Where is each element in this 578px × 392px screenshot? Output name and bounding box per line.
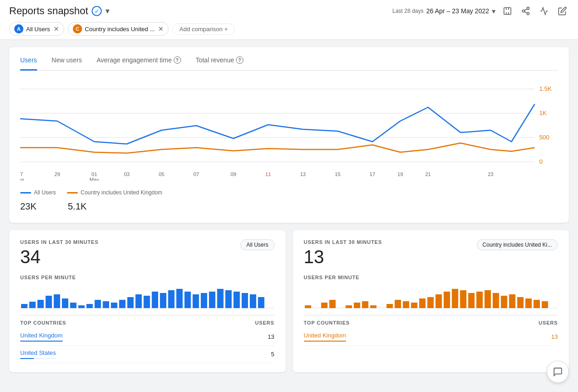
right-top-countries-header: TOP COUNTRIES USERS xyxy=(304,315,558,328)
svg-rect-83 xyxy=(443,292,450,308)
left-per-minute-label: USERS PER MINUTE xyxy=(20,275,275,280)
left-country-value-0: 13 xyxy=(268,333,274,340)
avg-engagement-help-icon[interactable]: ? xyxy=(174,56,181,64)
all-users-chip[interactable]: A All Users ✕ xyxy=(9,22,64,36)
legend-country: Country includes United Kingdom xyxy=(67,189,162,196)
feedback-button[interactable] xyxy=(547,361,569,383)
svg-text:Apr: Apr xyxy=(20,177,24,181)
legend-country-value-wrapper: 5.1K xyxy=(68,199,105,212)
tab-new-users[interactable]: New users xyxy=(52,56,82,71)
chart-card: Users New users Average engagement time … xyxy=(9,47,569,223)
svg-rect-61 xyxy=(233,292,240,308)
right-big-number: 13 xyxy=(304,247,382,267)
svg-rect-62 xyxy=(242,293,248,308)
svg-rect-55 xyxy=(184,292,191,308)
add-comparison-button[interactable]: Add comparison + xyxy=(172,23,235,35)
svg-rect-48 xyxy=(127,297,134,308)
legend-all-users-label: All Users xyxy=(34,189,56,196)
chip1-close-icon[interactable]: ✕ xyxy=(54,25,59,33)
left-country-bar-bg-1 xyxy=(20,358,56,359)
title-chevron-button[interactable]: ▾ xyxy=(105,6,110,16)
add-comparison-label: Add comparison xyxy=(179,26,222,33)
left-country-bar-bg-0 xyxy=(20,341,63,342)
svg-point-6 xyxy=(523,10,525,12)
svg-text:13: 13 xyxy=(300,171,306,177)
svg-rect-89 xyxy=(492,293,499,308)
tab-avg-engagement[interactable]: Average engagement time ? xyxy=(97,56,181,71)
left-country-name-1[interactable]: United States xyxy=(20,349,56,356)
svg-rect-41 xyxy=(70,303,77,308)
svg-rect-77 xyxy=(395,300,401,308)
svg-rect-86 xyxy=(468,293,474,308)
left-top-countries-header: TOP COUNTRIES USERS xyxy=(20,315,275,328)
edit-icon-button[interactable] xyxy=(556,5,569,17)
tab-avg-engagement-label: Average engagement time xyxy=(97,56,172,64)
left-country-bar-fill-1 xyxy=(20,358,34,359)
save-icon-button[interactable] xyxy=(501,5,514,17)
svg-rect-52 xyxy=(160,293,166,308)
revenue-help-icon[interactable]: ? xyxy=(236,56,243,64)
svg-text:23: 23 xyxy=(488,171,493,177)
svg-text:19: 19 xyxy=(397,171,403,177)
svg-rect-59 xyxy=(217,289,224,308)
svg-rect-39 xyxy=(54,294,60,308)
left-country-bar-fill-0 xyxy=(20,341,63,342)
filter-row: A All Users ✕ C Country includes United … xyxy=(9,22,569,39)
svg-text:11: 11 xyxy=(265,171,271,177)
right-country-value-0: 13 xyxy=(551,333,558,340)
svg-text:05: 05 xyxy=(159,171,164,177)
right-per-minute-label: USERS PER MINUTE xyxy=(304,275,558,280)
legend-country-value: 5.1K xyxy=(68,201,105,212)
svg-text:500: 500 xyxy=(539,134,550,141)
svg-rect-58 xyxy=(209,292,215,308)
svg-rect-73 xyxy=(362,301,368,308)
tab-revenue[interactable]: Total revenue ? xyxy=(196,56,243,71)
svg-rect-56 xyxy=(193,294,199,308)
svg-line-8 xyxy=(524,11,527,13)
left-country-cell-1: United States xyxy=(20,349,56,359)
svg-rect-36 xyxy=(29,302,36,308)
right-country-cell-0: United Kingdom xyxy=(304,332,347,342)
svg-rect-43 xyxy=(87,304,93,308)
date-range-label: Last 28 days xyxy=(392,8,424,14)
svg-text:03: 03 xyxy=(124,171,129,177)
left-users-header-label: USERS xyxy=(255,320,275,326)
svg-rect-91 xyxy=(509,294,515,308)
right-country-row-0: United Kingdom 13 xyxy=(304,328,558,346)
svg-rect-49 xyxy=(136,294,142,308)
add-comparison-plus-icon: + xyxy=(224,26,228,33)
date-chevron-icon[interactable]: ▾ xyxy=(492,7,495,16)
right-users-header-label: USERS xyxy=(539,320,558,326)
svg-rect-85 xyxy=(460,290,466,308)
right-country-name-0[interactable]: United Kingdom xyxy=(304,332,347,339)
chip2-avatar: C xyxy=(73,24,82,33)
svg-rect-51 xyxy=(152,292,158,308)
left-bar-chart-svg xyxy=(20,283,275,310)
svg-rect-90 xyxy=(501,296,507,308)
svg-text:1K: 1K xyxy=(539,110,547,116)
svg-rect-46 xyxy=(111,303,117,308)
share-icon-button[interactable] xyxy=(519,5,532,17)
left-realtime-card: USERS IN LAST 30 MINUTES 34 All Users US… xyxy=(9,230,286,372)
chip2-close-icon[interactable]: ✕ xyxy=(158,25,164,33)
legend-blue-line xyxy=(20,192,31,193)
legend-all-users-value-wrapper: 23K xyxy=(20,199,57,212)
svg-text:27: 27 xyxy=(20,171,23,177)
left-country-name-0[interactable]: United Kingdom xyxy=(20,332,63,339)
trend-icon-button[interactable] xyxy=(538,5,550,17)
svg-rect-40 xyxy=(62,298,68,308)
svg-text:17: 17 xyxy=(369,171,375,177)
line-chart-svg: 1.5K 1K 500 0 27 Apr 29 01 May 03 05 07 xyxy=(20,80,558,181)
blue-line xyxy=(20,104,534,144)
left-segment-badge: All Users xyxy=(240,239,274,250)
country-chip[interactable]: C Country includes United ... ✕ xyxy=(68,22,169,36)
chart-legend-values: 23K 5.1K xyxy=(20,199,558,212)
svg-rect-74 xyxy=(370,305,376,308)
left-section-label: USERS IN LAST 30 MINUTES xyxy=(20,239,99,245)
tab-users[interactable]: Users xyxy=(20,56,37,71)
svg-rect-88 xyxy=(484,290,491,308)
tab-users-label: Users xyxy=(20,56,37,64)
right-card-header: USERS IN LAST 30 MINUTES 13 Country incl… xyxy=(304,239,558,269)
svg-rect-64 xyxy=(258,297,264,308)
left-country-value-1: 5 xyxy=(271,351,274,358)
